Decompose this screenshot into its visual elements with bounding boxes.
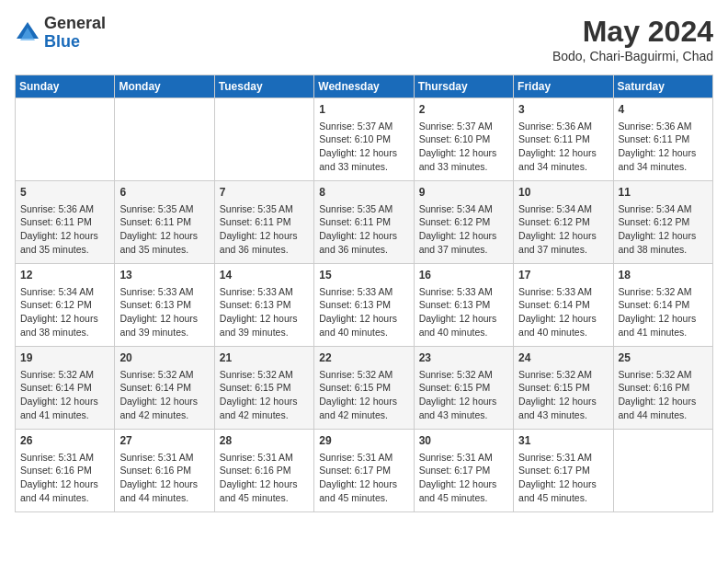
day-number: 15 xyxy=(319,268,408,283)
day-number: 2 xyxy=(419,102,508,118)
calendar-cell: 17Sunrise: 5:33 AMSunset: 6:14 PMDayligh… xyxy=(514,264,613,347)
calendar-cell: 3Sunrise: 5:36 AMSunset: 6:11 PMDaylight… xyxy=(514,98,613,181)
logo-text: General Blue xyxy=(44,15,106,52)
day-number: 26 xyxy=(20,433,109,449)
calendar-cell xyxy=(214,98,313,181)
day-number: 23 xyxy=(419,350,508,366)
calendar-week-row: 5Sunrise: 5:36 AMSunset: 6:11 PMDaylight… xyxy=(16,181,713,264)
calendar-cell: 6Sunrise: 5:35 AMSunset: 6:11 PMDaylight… xyxy=(115,181,214,264)
calendar-cell xyxy=(115,98,214,181)
day-info: Sunrise: 5:35 AMSunset: 6:11 PMDaylight:… xyxy=(319,202,408,257)
day-info: Sunrise: 5:36 AMSunset: 6:11 PMDaylight:… xyxy=(20,202,109,257)
calendar-cell: 16Sunrise: 5:33 AMSunset: 6:13 PMDayligh… xyxy=(414,264,513,347)
day-info: Sunrise: 5:37 AMSunset: 6:10 PMDaylight:… xyxy=(419,120,508,174)
calendar-header: SundayMondayTuesdayWednesdayThursdayFrid… xyxy=(16,75,713,98)
calendar-cell: 15Sunrise: 5:33 AMSunset: 6:13 PMDayligh… xyxy=(314,264,414,347)
calendar-cell: 5Sunrise: 5:36 AMSunset: 6:11 PMDaylight… xyxy=(16,181,115,264)
calendar-cell: 31Sunrise: 5:31 AMSunset: 6:17 PMDayligh… xyxy=(514,430,613,512)
day-info: Sunrise: 5:32 AMSunset: 6:14 PMDaylight:… xyxy=(119,368,209,422)
calendar-cell: 22Sunrise: 5:32 AMSunset: 6:15 PMDayligh… xyxy=(314,347,414,430)
weekday-header-row: SundayMondayTuesdayWednesdayThursdayFrid… xyxy=(16,75,713,98)
day-info: Sunrise: 5:33 AMSunset: 6:13 PMDaylight:… xyxy=(419,285,508,339)
day-info: Sunrise: 5:33 AMSunset: 6:13 PMDaylight:… xyxy=(319,285,408,339)
weekday-header: Thursday xyxy=(414,75,513,98)
calendar-cell: 7Sunrise: 5:35 AMSunset: 6:11 PMDaylight… xyxy=(214,181,313,264)
day-info: Sunrise: 5:32 AMSunset: 6:15 PMDaylight:… xyxy=(319,368,408,422)
calendar-cell: 9Sunrise: 5:34 AMSunset: 6:12 PMDaylight… xyxy=(414,181,513,264)
day-number: 1 xyxy=(319,102,408,118)
day-info: Sunrise: 5:34 AMSunset: 6:12 PMDaylight:… xyxy=(20,285,109,339)
calendar-cell: 12Sunrise: 5:34 AMSunset: 6:12 PMDayligh… xyxy=(16,264,115,347)
calendar-cell: 14Sunrise: 5:33 AMSunset: 6:13 PMDayligh… xyxy=(214,264,313,347)
day-info: Sunrise: 5:31 AMSunset: 6:16 PMDaylight:… xyxy=(220,451,309,505)
day-number: 8 xyxy=(319,185,408,201)
calendar-week-row: 12Sunrise: 5:34 AMSunset: 6:12 PMDayligh… xyxy=(16,264,713,347)
calendar-cell: 1Sunrise: 5:37 AMSunset: 6:10 PMDaylight… xyxy=(314,98,414,181)
calendar-cell: 25Sunrise: 5:32 AMSunset: 6:16 PMDayligh… xyxy=(613,347,712,430)
weekday-header: Saturday xyxy=(613,75,712,98)
day-info: Sunrise: 5:36 AMSunset: 6:11 PMDaylight:… xyxy=(518,120,608,174)
calendar-cell: 23Sunrise: 5:32 AMSunset: 6:15 PMDayligh… xyxy=(414,347,513,430)
day-number: 3 xyxy=(518,102,608,118)
logo-general-text: General xyxy=(44,15,106,33)
day-info: Sunrise: 5:31 AMSunset: 6:17 PMDaylight:… xyxy=(518,451,608,505)
day-info: Sunrise: 5:32 AMSunset: 6:15 PMDaylight:… xyxy=(518,368,608,422)
day-info: Sunrise: 5:32 AMSunset: 6:14 PMDaylight:… xyxy=(619,285,708,339)
day-number: 20 xyxy=(119,350,209,366)
day-number: 13 xyxy=(119,268,209,283)
calendar-cell: 10Sunrise: 5:34 AMSunset: 6:12 PMDayligh… xyxy=(514,181,613,264)
calendar-week-row: 26Sunrise: 5:31 AMSunset: 6:16 PMDayligh… xyxy=(16,430,713,512)
day-number: 6 xyxy=(119,185,209,201)
calendar-cell: 13Sunrise: 5:33 AMSunset: 6:13 PMDayligh… xyxy=(115,264,214,347)
calendar-cell: 21Sunrise: 5:32 AMSunset: 6:15 PMDayligh… xyxy=(214,347,313,430)
logo-blue-text: Blue xyxy=(44,33,106,52)
weekday-header: Wednesday xyxy=(314,75,414,98)
calendar-cell: 30Sunrise: 5:31 AMSunset: 6:17 PMDayligh… xyxy=(414,430,513,512)
calendar-cell xyxy=(16,98,115,181)
location-subtitle: Bodo, Chari-Baguirmi, Chad xyxy=(552,49,713,63)
day-info: Sunrise: 5:34 AMSunset: 6:12 PMDaylight:… xyxy=(619,202,708,257)
day-info: Sunrise: 5:32 AMSunset: 6:14 PMDaylight:… xyxy=(20,368,109,422)
day-info: Sunrise: 5:37 AMSunset: 6:10 PMDaylight:… xyxy=(319,120,408,174)
day-info: Sunrise: 5:31 AMSunset: 6:17 PMDaylight:… xyxy=(419,451,508,505)
day-info: Sunrise: 5:31 AMSunset: 6:16 PMDaylight:… xyxy=(20,451,109,505)
day-info: Sunrise: 5:31 AMSunset: 6:16 PMDaylight:… xyxy=(119,451,209,505)
day-number: 31 xyxy=(518,433,608,449)
calendar-cell: 18Sunrise: 5:32 AMSunset: 6:14 PMDayligh… xyxy=(613,264,712,347)
calendar-cell xyxy=(613,430,712,512)
calendar-body: 1Sunrise: 5:37 AMSunset: 6:10 PMDaylight… xyxy=(16,98,713,512)
day-number: 4 xyxy=(619,102,708,118)
calendar-cell: 29Sunrise: 5:31 AMSunset: 6:17 PMDayligh… xyxy=(314,430,414,512)
day-number: 11 xyxy=(619,185,708,201)
day-info: Sunrise: 5:33 AMSunset: 6:13 PMDaylight:… xyxy=(119,285,209,339)
page-header: General Blue May 2024 Bodo, Chari-Baguir… xyxy=(15,15,713,63)
logo-icon xyxy=(15,20,40,46)
day-number: 24 xyxy=(518,350,608,366)
weekday-header: Monday xyxy=(115,75,214,98)
day-number: 7 xyxy=(220,185,309,201)
day-number: 10 xyxy=(518,185,608,201)
day-number: 22 xyxy=(319,350,408,366)
weekday-header: Tuesday xyxy=(214,75,313,98)
day-info: Sunrise: 5:36 AMSunset: 6:11 PMDaylight:… xyxy=(619,120,708,174)
month-year-title: May 2024 xyxy=(552,15,713,49)
day-info: Sunrise: 5:35 AMSunset: 6:11 PMDaylight:… xyxy=(220,202,309,257)
day-number: 19 xyxy=(20,350,109,366)
calendar-cell: 20Sunrise: 5:32 AMSunset: 6:14 PMDayligh… xyxy=(115,347,214,430)
day-number: 27 xyxy=(119,433,209,449)
logo: General Blue xyxy=(15,15,106,52)
calendar-cell: 28Sunrise: 5:31 AMSunset: 6:16 PMDayligh… xyxy=(214,430,313,512)
day-number: 25 xyxy=(619,350,708,366)
day-number: 29 xyxy=(319,433,408,449)
day-info: Sunrise: 5:34 AMSunset: 6:12 PMDaylight:… xyxy=(518,202,608,257)
day-info: Sunrise: 5:32 AMSunset: 6:16 PMDaylight:… xyxy=(619,368,708,422)
day-info: Sunrise: 5:31 AMSunset: 6:17 PMDaylight:… xyxy=(319,451,408,505)
calendar-week-row: 1Sunrise: 5:37 AMSunset: 6:10 PMDaylight… xyxy=(16,98,713,181)
calendar-cell: 11Sunrise: 5:34 AMSunset: 6:12 PMDayligh… xyxy=(613,181,712,264)
weekday-header: Friday xyxy=(514,75,613,98)
calendar-cell: 2Sunrise: 5:37 AMSunset: 6:10 PMDaylight… xyxy=(414,98,513,181)
day-info: Sunrise: 5:35 AMSunset: 6:11 PMDaylight:… xyxy=(119,202,209,257)
day-number: 21 xyxy=(220,350,309,366)
calendar-table: SundayMondayTuesdayWednesdayThursdayFrid… xyxy=(15,75,713,512)
calendar-week-row: 19Sunrise: 5:32 AMSunset: 6:14 PMDayligh… xyxy=(16,347,713,430)
